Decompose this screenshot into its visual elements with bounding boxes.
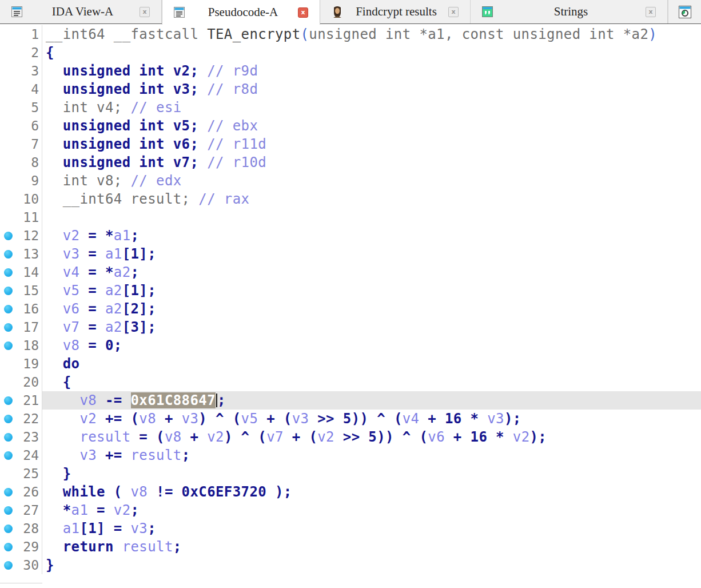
breakpoint-dot[interactable] xyxy=(4,433,13,442)
code-token: v5 xyxy=(46,283,79,299)
strings-icon xyxy=(482,6,493,17)
tab-pseudocode-a[interactable]: Pseudocode-A x xyxy=(162,0,320,25)
line-gutter[interactable]: 18 xyxy=(0,336,42,355)
code-token: + xyxy=(156,411,182,427)
code-token: >> 5)) ^ ( xyxy=(309,411,402,427)
code-line: 24 v3 += result; xyxy=(0,446,701,464)
breakpoint-dot[interactable] xyxy=(4,488,13,496)
line-gutter[interactable]: 4 xyxy=(0,80,42,98)
code-text: unsigned int v3; // r8d xyxy=(42,80,701,98)
breakpoint-dot[interactable] xyxy=(4,561,13,570)
tab-findcrypt-results[interactable]: Findcrypt results x xyxy=(320,0,471,23)
code-line: 30} xyxy=(0,556,701,574)
code-token: unsigned int *a1, const unsigned int *a2 xyxy=(309,26,648,42)
code-token: v5 xyxy=(241,411,258,427)
line-gutter[interactable]: 15 xyxy=(0,281,42,300)
code-token: ); xyxy=(529,429,547,445)
code-token: [3]; xyxy=(122,319,156,335)
close-icon[interactable]: x xyxy=(646,7,656,17)
code-token: v2 xyxy=(46,228,79,244)
code-token: v3 xyxy=(46,447,97,463)
code-token: unsigned int v6; xyxy=(46,136,198,152)
line-gutter[interactable]: 5 xyxy=(0,98,42,117)
line-gutter[interactable]: 23 xyxy=(0,428,42,446)
code-token: a2 xyxy=(105,301,122,317)
line-gutter[interactable]: 30 xyxy=(0,556,42,574)
line-gutter[interactable]: 6 xyxy=(0,117,42,135)
code-token: ; xyxy=(217,392,226,408)
code-text: __int64 __fastcall TEA_encrypt(unsigned … xyxy=(42,25,701,43)
line-gutter[interactable]: 29 xyxy=(0,538,42,556)
line-gutter[interactable]: 24 xyxy=(0,446,42,464)
tab-ida-view-a[interactable]: IDA View-A x xyxy=(0,0,162,23)
code-token: = 0; xyxy=(79,337,122,353)
close-icon[interactable]: x xyxy=(448,7,459,17)
line-gutter[interactable]: 3 xyxy=(0,62,42,80)
code-token: v2 xyxy=(317,429,334,445)
line-gutter[interactable]: 10 xyxy=(0,190,42,208)
line-gutter[interactable]: 12 xyxy=(0,227,42,245)
windows-list-icon[interactable] xyxy=(678,5,692,19)
code-token: // rax xyxy=(190,191,249,207)
code-token: ; xyxy=(182,447,190,463)
line-gutter[interactable]: 8 xyxy=(0,153,42,172)
line-number: 5 xyxy=(31,98,39,117)
code-text: int v4; // esi xyxy=(42,98,701,117)
breakpoint-dot[interactable] xyxy=(4,323,13,332)
code-token: v2 xyxy=(513,429,530,445)
breakpoint-dot[interactable] xyxy=(4,506,13,515)
code-token: ) ^ ( xyxy=(224,429,266,445)
breakpoint-dot[interactable] xyxy=(4,287,13,295)
line-gutter[interactable]: 25 xyxy=(0,464,42,483)
code-token: return xyxy=(46,539,122,555)
code-token: // r11d xyxy=(198,136,266,152)
pseudocode-pane[interactable]: 1__int64 __fastcall TEA_encrypt(unsigned… xyxy=(0,24,701,588)
code-token: // r10d xyxy=(198,154,266,170)
line-gutter[interactable]: 17 xyxy=(0,318,42,336)
line-gutter[interactable]: 14 xyxy=(0,263,42,281)
breakpoint-dot[interactable] xyxy=(4,268,13,277)
line-number: 2 xyxy=(31,43,39,62)
tab-strings[interactable]: Strings x xyxy=(471,0,668,23)
line-gutter[interactable]: 2 xyxy=(0,43,42,62)
selected-constant: 0x61C88647 xyxy=(131,392,216,408)
code-token: __int64 __fastcall xyxy=(46,26,207,42)
line-gutter[interactable]: 16 xyxy=(0,300,42,318)
code-text: unsigned int v7; // r10d xyxy=(42,153,701,172)
breakpoint-dot[interactable] xyxy=(4,396,13,405)
breakpoint-dot[interactable] xyxy=(4,232,13,240)
line-gutter[interactable]: 28 xyxy=(0,519,42,538)
line-gutter[interactable]: 11 xyxy=(0,208,42,227)
tab-bar-spacer xyxy=(668,0,701,23)
code-line: 9 int v8; // edx xyxy=(0,172,701,190)
line-gutter[interactable]: 7 xyxy=(0,135,42,153)
code-token: = xyxy=(79,319,105,335)
breakpoint-dot[interactable] xyxy=(4,250,13,259)
line-gutter[interactable]: 26 xyxy=(0,483,42,501)
breakpoint-dot[interactable] xyxy=(4,341,13,350)
breakpoint-dot[interactable] xyxy=(4,451,13,460)
code-token: v2 xyxy=(207,429,224,445)
line-number: 6 xyxy=(31,117,39,135)
code-text: *a1 = v2; xyxy=(42,501,701,519)
line-gutter[interactable]: 1 xyxy=(0,25,42,43)
code-line: 8 unsigned int v7; // r10d xyxy=(0,153,701,172)
breakpoint-dot[interactable] xyxy=(4,415,13,423)
line-gutter[interactable]: 27 xyxy=(0,501,42,519)
line-number: 10 xyxy=(23,190,39,208)
line-gutter[interactable]: 13 xyxy=(0,245,42,263)
code-line: 21 v8 -= 0x61C88647; xyxy=(0,391,701,410)
breakpoint-dot[interactable] xyxy=(4,525,13,533)
breakpoint-dot[interactable] xyxy=(4,305,13,313)
breakpoint-dot[interactable] xyxy=(4,543,13,551)
line-gutter[interactable]: 22 xyxy=(0,410,42,428)
code-token: ; xyxy=(131,264,140,280)
close-icon[interactable]: x xyxy=(298,7,308,18)
line-gutter[interactable]: 21 xyxy=(0,391,42,410)
close-icon[interactable]: x xyxy=(140,7,150,17)
line-gutter[interactable]: 20 xyxy=(0,373,42,391)
line-gutter[interactable]: 9 xyxy=(0,172,42,190)
code-token: v4 xyxy=(403,411,420,427)
line-gutter[interactable]: 19 xyxy=(0,355,42,373)
code-token: * xyxy=(46,502,71,518)
